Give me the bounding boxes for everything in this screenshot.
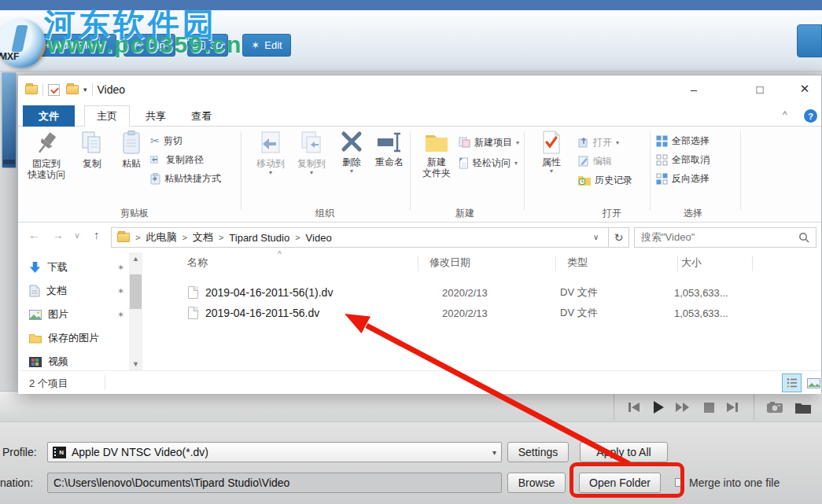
sidebar-item-videos[interactable]: 视频 — [18, 351, 128, 372]
copy-to-text: 复制到 — [297, 158, 326, 169]
file-name[interactable]: 2019-04-16-2011-56(1).dv — [205, 286, 408, 299]
scroll-up-icon[interactable]: ▲ — [129, 252, 142, 265]
select-none-button[interactable]: 全部取消 — [656, 152, 710, 167]
maximize-button[interactable]: □ — [742, 75, 778, 102]
sort-ascending-icon: ^ — [278, 250, 282, 259]
apply-to-all-button[interactable]: Apply to All — [580, 442, 668, 462]
sidebar-scrollbar[interactable]: ▲ ▼ — [129, 252, 142, 370]
edit-file-button[interactable]: 编辑 — [578, 153, 612, 169]
browse-button[interactable]: Browse — [507, 473, 566, 493]
address-dropdown-icon[interactable]: ∨ — [593, 233, 599, 241]
explorer-titlebar[interactable]: ▾ Video – □ ✕ — [18, 75, 821, 105]
minimize-button[interactable]: – — [676, 75, 712, 102]
select-all-button[interactable]: 全部选择 — [656, 133, 710, 149]
back-icon[interactable]: ← — [28, 228, 40, 241]
open-button[interactable]: 打开 ▾ — [578, 134, 619, 150]
file-name[interactable]: 2019-04-16-2011-56.dv — [205, 307, 408, 319]
pictures-icon — [29, 310, 42, 320]
profile-select[interactable]: N Apple DV NTSC Video(*.dv) ▾ — [47, 442, 502, 462]
table-row[interactable]: 2019-04-16-2011-56.dv 2020/2/13 DV 文件 1,… — [188, 306, 728, 320]
column-name[interactable]: 名称 — [187, 256, 208, 270]
column-size[interactable]: 大小 — [681, 256, 702, 270]
destination-field[interactable]: C:\Users\lenovo\Documents\Tipard Studio\… — [47, 473, 502, 493]
previous-icon[interactable] — [624, 398, 644, 417]
quick-access-check-icon[interactable] — [48, 84, 60, 96]
copy-button[interactable]: 复制 — [75, 131, 109, 169]
new-item-button[interactable]: 新建项目 ▾ — [459, 134, 519, 150]
search-placeholder: 搜索"Video" — [641, 230, 695, 245]
titlebar-divider2 — [92, 83, 93, 96]
paste-shortcut-button[interactable]: 粘贴快捷方式 — [150, 171, 221, 186]
properties-button[interactable]: 属性 ▾ — [534, 131, 569, 175]
play-icon[interactable] — [648, 398, 669, 417]
new-folder-button[interactable]: 新建 文件夹 — [418, 131, 455, 178]
easy-access-button[interactable]: 轻松访问 ▾ — [459, 155, 518, 171]
crumb-tipard-studio[interactable]: Tipard Studio — [229, 232, 289, 244]
column-date[interactable]: 修改日期 — [429, 256, 470, 270]
sidebar-label: 保存的图片 — [48, 331, 99, 345]
qat-dropdown-icon[interactable]: ▾ — [83, 86, 87, 94]
thumbnail-view-button[interactable] — [804, 373, 822, 392]
video-thumbnail[interactable] — [2, 72, 17, 168]
sidebar-item-saved-pictures[interactable]: 保存的图片 — [18, 328, 128, 348]
close-button[interactable]: ✕ — [787, 75, 822, 102]
tab-home[interactable]: 主页 — [84, 105, 130, 127]
table-row[interactable]: 2019-04-16-2011-56(1).dv 2020/2/13 DV 文件… — [188, 285, 728, 300]
refresh-icon[interactable]: ↻ — [609, 227, 629, 248]
select-group-label: 选择 — [659, 207, 727, 220]
copy-path-button[interactable]: 复制路径 — [150, 152, 204, 167]
profile-label: Profile: — [2, 446, 37, 458]
quick-access-folder-icon[interactable] — [66, 85, 79, 94]
column-type[interactable]: 类型 — [567, 256, 588, 270]
copy-path-icon — [150, 155, 162, 164]
delete-label: 删除 — [342, 156, 361, 167]
crumb-documents[interactable]: 文档 — [193, 230, 213, 245]
tab-file[interactable]: 文件 — [23, 105, 75, 127]
delete-button[interactable]: 删除 ▾ — [334, 131, 369, 175]
open-folder-icon[interactable] — [793, 398, 813, 417]
convert-button-edge[interactable] — [797, 24, 822, 57]
search-input[interactable]: 搜索"Video" — [634, 227, 816, 248]
recent-locations-icon[interactable]: ∨ — [74, 230, 80, 241]
copy-icon — [80, 131, 104, 156]
help-icon[interactable]: ? — [804, 109, 817, 123]
collapse-ribbon-icon[interactable]: ^ — [783, 109, 787, 120]
cut-button[interactable]: ✂ 剪切 — [150, 133, 182, 149]
stop-icon[interactable] — [699, 398, 719, 417]
pin-to-quick-access-button[interactable]: 固定到 快速访问 — [21, 131, 72, 180]
sidebar-item-pictures[interactable]: 图片 ✶ — [18, 304, 128, 325]
edit-button[interactable]: ✶ Edit — [242, 34, 291, 57]
media-divider — [614, 393, 614, 420]
column-divider2 — [555, 256, 556, 271]
details-view-button[interactable] — [782, 373, 802, 392]
snapshot-camera-icon[interactable] — [765, 398, 785, 417]
settings-button[interactable]: Settings — [507, 442, 569, 462]
sidebar-item-documents[interactable]: 文档 ✶ — [18, 281, 128, 301]
crumb-video[interactable]: Video — [306, 232, 332, 244]
next-icon[interactable] — [722, 398, 743, 417]
scroll-down-icon[interactable]: ▼ — [129, 358, 142, 370]
delete-icon — [341, 131, 363, 154]
folder-icon — [29, 333, 42, 344]
open-label: 打开 — [593, 136, 612, 149]
rename-button[interactable]: 重命名 — [370, 131, 408, 167]
sidebar-item-downloads[interactable]: 下载 ✶ — [18, 257, 128, 278]
invert-selection-button[interactable]: 反向选择 — [656, 171, 710, 186]
move-to-button[interactable]: 移动到 ▾ — [251, 131, 290, 176]
breadcrumb[interactable]: > 此电脑 > 文档 > Tipard Studio > Video — [111, 227, 609, 248]
paste-button[interactable]: 粘贴 — [114, 131, 149, 169]
paste-shortcut-label: 粘贴快捷方式 — [164, 172, 221, 186]
cut-icon: ✂ — [150, 134, 160, 147]
copy-to-button[interactable]: 复制到 ▾ — [292, 131, 331, 176]
crumb-sep3: > — [219, 233, 223, 242]
crumb-this-pc[interactable]: 此电脑 — [146, 230, 176, 245]
history-button[interactable]: 历史记录 — [578, 172, 632, 188]
select-all-icon — [656, 135, 668, 147]
fast-forward-icon[interactable] — [673, 398, 693, 417]
up-icon[interactable]: ↑ — [94, 228, 100, 241]
scrollbar-thumb[interactable] — [130, 274, 142, 309]
sidebar-label: 视频 — [48, 355, 68, 369]
tab-share[interactable]: 共享 — [135, 105, 177, 127]
forward-icon[interactable]: → — [52, 228, 64, 241]
tab-view[interactable]: 查看 — [180, 105, 223, 127]
